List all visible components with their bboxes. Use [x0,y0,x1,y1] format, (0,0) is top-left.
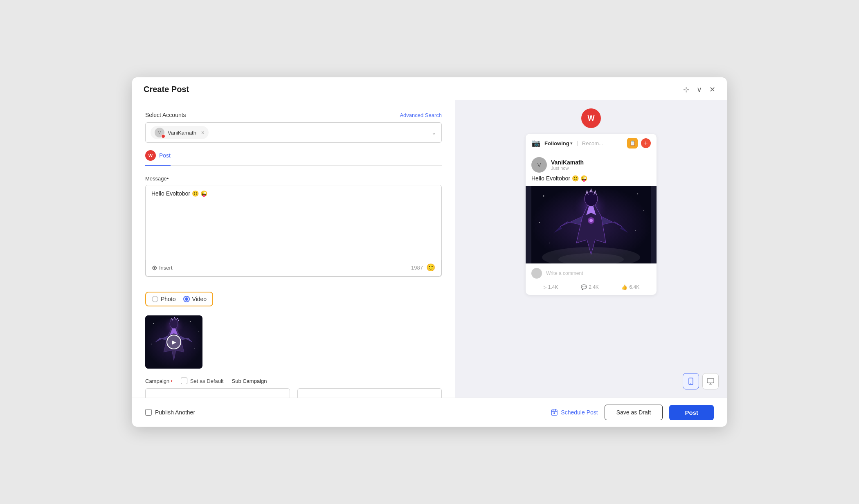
svg-point-14 [589,219,593,222]
campaign-label: Campaign • [145,378,173,384]
campaign-section: Campaign • Set as Default Sub Campaign [145,378,442,398]
comment-section: Write a comment [526,263,657,281]
svg-point-6 [151,344,152,344]
svg-point-12 [585,191,598,206]
textarea-footer: ⊕ Insert 1987 🙂 [146,260,441,277]
close-icon[interactable]: ✕ [709,85,715,94]
add-icon[interactable]: + [641,138,651,148]
post-button[interactable]: Post [669,405,714,420]
pin-icon[interactable]: ⊹ [683,85,689,94]
account-selector[interactable]: V VaniKamath × ⌄ [145,122,442,143]
campaign-row: Campaign • Set as Default Sub Campaign [145,378,442,384]
view-toggle [683,373,719,389]
svg-point-3 [153,323,154,324]
comment-placeholder[interactable]: Write a comment [546,270,651,276]
desktop-view-button[interactable] [702,373,719,389]
message-textarea[interactable]: Hello Evoltobor 🙂 😜 [146,185,441,259]
platform-badge [161,134,165,138]
subcampaign-label: Sub Campaign [232,378,267,384]
svg-point-2 [170,319,178,328]
modal-title: Create Post [144,85,189,94]
mobile-view-button[interactable] [683,373,699,389]
svg-point-20 [549,243,550,243]
campaign-required: • [171,378,173,384]
remove-account-button[interactable]: × [201,129,205,136]
preview-message: Hello Evoltobor 🙂 😜 [526,175,657,186]
video-option[interactable]: Video [183,296,207,302]
likes-stat: 👍 6.4K [621,284,639,290]
weibo-stats: ▷ 1.4K 💬 2.4K 👍 6.4K [526,281,657,290]
campaign-input[interactable] [145,388,290,398]
media-type-section: Photo Video [145,284,442,369]
message-input-wrapper: Hello Evoltobor 🙂 😜 ⊕ Insert 1987 🙂 [145,185,442,277]
message-label: Message • [145,176,442,182]
account-name: VaniKamath [168,130,196,136]
avatar: V [155,128,164,137]
left-panel: Select Accounts Advanced Search V VaniKa… [132,100,455,398]
preview-card: 📷 Following ▾ | Recom... 📋 + V [526,134,657,295]
advanced-search-link[interactable]: Advanced Search [400,112,442,118]
svg-point-16 [637,194,638,194]
default-checkbox[interactable] [181,378,187,384]
post-tab-label: Post [159,152,171,159]
chevron-down-icon[interactable]: ∨ [697,85,702,94]
svg-point-7 [194,348,195,349]
accounts-label: Select Accounts [145,112,186,118]
video-radio[interactable] [183,296,190,302]
accounts-header: Select Accounts Advanced Search [145,112,442,118]
right-panel: W 📷 Following ▾ | Recom... 📋 + [455,100,727,398]
publish-another-label: Publish Another [155,409,195,416]
chevron-down-icon[interactable]: ⌄ [432,129,436,136]
svg-point-15 [543,196,544,197]
video-thumbnail-container: ▶ [145,315,442,369]
post-tab-area: W Post [145,150,442,166]
char-count: 1987 🙂 [411,263,435,272]
modal-body: Select Accounts Advanced Search V VaniKa… [132,100,727,398]
camera-icon[interactable]: 📷 [531,139,540,148]
required-indicator: • [167,176,169,182]
svg-point-4 [190,321,191,322]
modal-footer: Publish Another Schedule Post Save as Dr… [132,398,727,427]
create-post-modal: Create Post ⊹ ∨ ✕ Select Accounts Advanc… [132,77,727,427]
header-actions: ⊹ ∨ ✕ [683,85,715,94]
post-tab[interactable]: W Post [145,150,171,166]
publish-another-area: Publish Another [145,409,195,416]
weibo-nav: 📷 Following ▾ | Recom... 📋 + [526,134,657,152]
comments-stat: 💬 2.4K [581,284,599,290]
video-thumbnail: ▶ [145,315,202,369]
account-chip: V VaniKamath × [151,126,209,139]
svg-point-18 [539,222,540,223]
svg-point-19 [635,230,636,231]
photo-radio[interactable] [152,296,158,302]
bookmark-icon[interactable]: 📋 [627,138,638,148]
media-type-selector: Photo Video [145,292,213,306]
modal-header: Create Post ⊹ ∨ ✕ [132,77,727,100]
recom-tab[interactable]: Recom... [582,140,603,146]
set-as-default[interactable]: Set as Default [181,378,224,384]
svg-point-22 [690,383,691,384]
save-as-draft-button[interactable]: Save as Draft [605,405,663,420]
publish-another-checkbox[interactable] [145,409,152,416]
insert-button[interactable]: ⊕ Insert [152,264,173,272]
views-stat: ▷ 1.4K [543,284,558,290]
svg-point-25 [553,412,555,414]
subcampaign-input[interactable] [297,388,442,398]
schedule-post-label: Schedule Post [561,409,598,416]
svg-rect-23 [707,378,714,383]
message-section: Message • Hello Evoltobor 🙂 😜 ⊕ Insert 1… [145,176,442,277]
comment-avatar [531,268,542,279]
svg-point-5 [198,331,199,332]
preview-image [526,186,657,263]
weibo-platform-icon: W [581,108,601,128]
preview-username: VaniKamath [551,159,584,166]
schedule-post-button[interactable]: Schedule Post [551,409,598,416]
preview-post-header: V VaniKamath Just now [526,152,657,175]
campaign-inputs [145,388,442,398]
svg-point-17 [643,210,644,211]
photo-option[interactable]: Photo [152,296,176,302]
video-play-button[interactable]: ▶ [166,335,181,349]
nav-icons: 📋 + [627,138,651,148]
following-tab[interactable]: Following ▾ [544,140,573,146]
preview-time: Just now [551,166,584,171]
preview-avatar: V [531,157,547,173]
